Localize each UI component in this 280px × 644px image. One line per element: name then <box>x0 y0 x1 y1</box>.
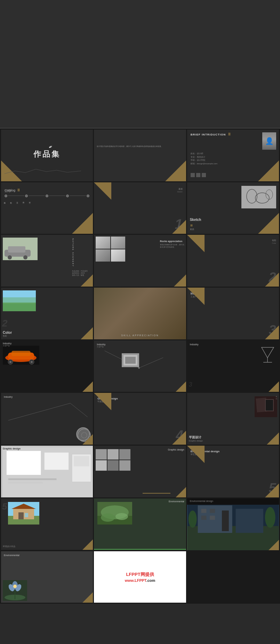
landscape-image <box>3 290 36 311</box>
timeline <box>5 195 89 197</box>
slide-25-flower[interactable]: Environmental <box>1 551 93 603</box>
slide-16-wheel[interactable]: Industry <box>1 393 93 445</box>
portrait-image: 👤 <box>262 132 276 150</box>
lfppt-line2: www.LFPPT.com <box>125 578 155 583</box>
building-image <box>187 498 279 550</box>
sketch-thumbnail <box>241 186 276 208</box>
slide-7-car-sketch[interactable]: NATURE SCENERY 作品名称：汽车速写 创作时间：2023 创作工具：… <box>1 235 93 287</box>
svg-point-77 <box>13 585 17 588</box>
slide-12-industry-3rd[interactable]: 3 rd Industry 工业产品 <box>187 288 279 339</box>
house-num-bg: 5 <box>2 501 7 512</box>
slide-11-horses[interactable]: SKILL APPRECIATION <box>94 288 186 339</box>
connection-lines <box>94 340 186 392</box>
slide-10-color-landscape[interactable]: Color 色彩 2 <box>1 288 93 339</box>
text-content: 设计理念与创作思路的文字介绍内容，展示个人设计风格和作品特色的描述文本段落。 <box>97 145 183 148</box>
slide-18-graphic-layout[interactable]: 平面设计 Graphic design 4 th <box>187 393 279 445</box>
svg-rect-45 <box>8 482 43 484</box>
slide-1-title: 作品集 <box>33 149 61 159</box>
svg-rect-25 <box>125 357 136 364</box>
svg-point-18 <box>9 361 11 363</box>
stationery-title: Graphic design <box>3 447 21 450</box>
rocks-text: Rocks appreciation 素描石膏像欣赏与分析，探讨光影关系与空间表… <box>160 240 184 248</box>
svg-rect-43 <box>45 453 69 470</box>
graphic-cn-label: 平面设计 Graphic design <box>189 435 203 442</box>
svg-rect-42 <box>7 451 41 475</box>
svg-rect-6 <box>8 246 25 253</box>
slide-22-house[interactable]: 5 环境设计作品 <box>1 498 93 550</box>
slide-4-catalog[interactable]: Catalog 目录 素描 色彩 工业 平面 环艺 <box>1 182 93 234</box>
lfppt-branding: LFPPT网提供 www.LFPPT.com <box>125 571 155 583</box>
typography-title: Graphic design <box>168 448 184 451</box>
svg-point-59 <box>115 513 128 520</box>
svg-point-58 <box>101 513 115 522</box>
book-image <box>255 396 277 417</box>
horses-title: SKILL APPRECIATION <box>121 334 159 337</box>
svg-rect-11 <box>3 297 36 304</box>
slide-23-garden[interactable]: Environmental <box>94 498 186 550</box>
garden-image <box>97 502 132 525</box>
garden-title: Environmental <box>169 500 184 503</box>
slide-21-5th[interactable]: 5 th Environmental design 环艺设计 <box>187 446 279 497</box>
slide-24-building[interactable]: Environmental design <box>187 498 279 550</box>
svg-point-65 <box>265 507 275 528</box>
slide-3-brief-intro[interactable]: BRIEF INTRIDUCTION 👤 姓名：设计师 专业：视觉设计 学校：设… <box>187 130 279 181</box>
car-sketch-image <box>3 238 38 260</box>
social-icons <box>191 173 206 177</box>
typography-grid <box>96 449 130 471</box>
svg-rect-67 <box>210 509 215 513</box>
brief-intro-title: BRIEF INTRIDUCTION <box>191 132 230 136</box>
graphic-num-label: 4 th <box>276 396 277 400</box>
building-top-bar: Environmental design <box>187 498 279 505</box>
glass-title: Industry <box>190 343 199 346</box>
slide-20-typography[interactable]: Graphic design <box>94 446 186 497</box>
svg-line-30 <box>70 403 88 417</box>
sports-car-image <box>3 346 39 365</box>
svg-point-19 <box>31 361 33 363</box>
svg-rect-48 <box>143 493 170 494</box>
info-lines: 姓名：设计师 专业：视觉设计 学校：设计学院 邮箱：design@example… <box>191 152 217 165</box>
svg-rect-54 <box>25 513 28 517</box>
house-label: 环境设计作品 <box>3 545 15 548</box>
svg-line-21 <box>139 357 163 368</box>
hero-section <box>0 0 280 129</box>
slide-9-2st[interactable]: 2 st 色彩 Color <box>187 235 279 287</box>
house-image <box>8 502 39 525</box>
product-image <box>122 353 139 367</box>
lfppt-line1: LFPPT网提供 <box>125 571 155 578</box>
horses-image <box>94 288 186 339</box>
color-2-label: Color 色彩 <box>3 331 12 338</box>
green-accent-bar <box>94 549 186 550</box>
flower-title: Environmental <box>4 554 19 556</box>
svg-rect-68 <box>201 515 206 520</box>
industry-sports-label: Industry 工业产品 <box>3 342 11 347</box>
svg-rect-70 <box>222 511 229 531</box>
mountain-svg <box>5 167 81 174</box>
slide-17-4th[interactable]: 4 th Graphic design 平面设计 <box>94 393 186 445</box>
slide-6-sketch-title[interactable]: Sketch 素描 <box>187 182 279 234</box>
slide-13-sports-car[interactable]: Industry 工业产品 <box>1 340 93 392</box>
svg-rect-66 <box>201 509 206 513</box>
svg-rect-69 <box>210 515 215 520</box>
svg-rect-10 <box>3 303 36 311</box>
slide-5-1nd[interactable]: 1 nd 素描 Sketch <box>94 182 186 234</box>
slide-8-rocks[interactable]: Rocks appreciation 素描石膏像欣赏与分析，探讨光影关系与空间表… <box>94 235 186 287</box>
svg-point-8 <box>23 255 27 259</box>
slides-grid: 作品集 ✒ 设计理念与创作思路的文字介绍内容，展示个人设计风格和作品特色的描述文… <box>0 129 280 604</box>
svg-rect-40 <box>266 400 273 411</box>
svg-point-22 <box>138 367 140 369</box>
slide-1-zuo-pin-ji[interactable]: 作品集 ✒ <box>1 130 93 181</box>
sketch-label: Sketch 素描 <box>190 218 201 231</box>
slide-14-product[interactable]: Industry 工业产品 <box>94 340 186 392</box>
stationery-image <box>3 447 93 497</box>
industry-num-bg: 3 <box>189 381 192 388</box>
slide-26-lfppt[interactable]: LFPPT网提供 www.LFPPT.com <box>94 551 186 603</box>
svg-rect-44 <box>8 478 57 480</box>
flower-image <box>3 580 27 601</box>
rocks-grid <box>96 237 125 262</box>
slide-15-glass[interactable]: Industry 3 <box>187 340 279 392</box>
slide-19-stationery[interactable]: Graphic design <box>1 446 93 497</box>
color-label: 色彩 Color <box>272 239 276 244</box>
svg-line-29 <box>8 403 70 421</box>
slide-2-text[interactable]: 设计理念与创作思路的文字介绍内容，展示个人设计风格和作品特色的描述文本段落。 <box>94 130 186 181</box>
catalog-cn: 目录 <box>5 189 11 193</box>
